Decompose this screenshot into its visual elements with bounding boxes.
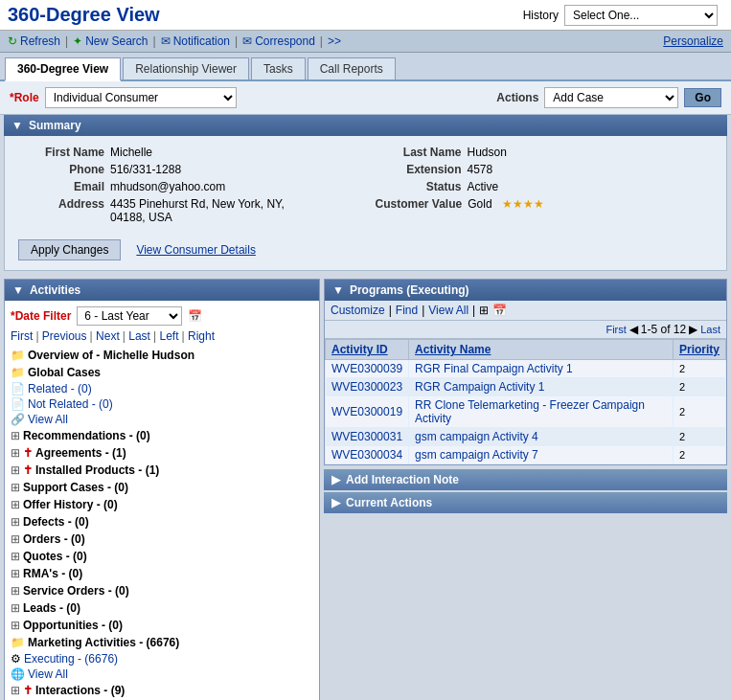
tree-support-cases: ⊞ Support Cases - (0)	[11, 479, 313, 496]
customize-link[interactable]: Customize	[331, 304, 385, 317]
expand-icon-offer[interactable]: ⊞	[11, 498, 20, 511]
cell-priority: 2	[673, 396, 725, 428]
activities-arrow: ▼	[12, 283, 24, 297]
activity-id-link[interactable]: WVE0300031	[331, 430, 402, 443]
expand-icon-orders[interactable]: ⊞	[11, 532, 20, 546]
nav-first[interactable]: First	[11, 329, 33, 343]
programs-panel-header[interactable]: ▼ Programs (Executing)	[325, 280, 726, 301]
nav-previous[interactable]: Previous	[42, 329, 87, 343]
activity-name-link[interactable]: gsm campaign Activity 7	[415, 448, 538, 462]
tab-tasks[interactable]: Tasks	[251, 57, 306, 79]
nav-right[interactable]: Right	[188, 329, 215, 343]
expand-icon-installed[interactable]: ⊞	[11, 463, 20, 477]
more-button[interactable]: >>	[328, 34, 341, 48]
tab-360-degree-view[interactable]: 360-Degree View	[5, 57, 121, 81]
expand-icon-rmas[interactable]: ⊞	[11, 567, 20, 580]
notification-button[interactable]: ✉ Notification	[161, 34, 230, 48]
activity-id-link[interactable]: WVE0300023	[331, 380, 402, 394]
activity-id-link[interactable]: WVE0300034	[331, 448, 402, 462]
expand-icon-interactions[interactable]: ⊞	[11, 684, 20, 697]
cell-activity-id: WVE0300039	[326, 360, 409, 378]
first-name-value: Michelle	[110, 146, 152, 159]
tabs-row: 360-Degree View Relationship Viewer Task…	[0, 53, 731, 81]
tree-installed-products-label: Installed Products - (1)	[35, 463, 159, 477]
tree-support-cases-label: Support Cases - (0)	[23, 481, 128, 494]
tree-quotes-label: Quotes - (0)	[23, 550, 87, 563]
actions-select[interactable]: Add Case	[544, 87, 678, 108]
cell-activity-id: WVE0300023	[326, 378, 409, 396]
expand-icon-service-orders[interactable]: ⊞	[11, 584, 20, 598]
activity-name-link[interactable]: RR Clone Telemarketing - Freezer Campaig…	[415, 398, 645, 425]
expand-icon-leads[interactable]: ⊞	[11, 601, 20, 615]
folder-icon-overview: 📁	[11, 349, 25, 362]
view-all-marketing-link[interactable]: View All	[28, 667, 68, 681]
prog-nav-prev-icon[interactable]: ◀	[629, 323, 638, 336]
view-consumer-link[interactable]: View Consumer Details	[136, 243, 256, 257]
correspond-button[interactable]: ✉ Correspond	[242, 34, 315, 48]
role-bar: *Role Individual Consumer Actions Add Ca…	[0, 81, 731, 115]
tree-related: 📄 Related - (0)	[11, 381, 313, 396]
col-activity-id-link[interactable]: Activity ID	[331, 343, 388, 356]
notification-icon: ✉	[161, 34, 171, 48]
tree-interactions-label: Interactions - (9)	[35, 684, 125, 697]
view-all-link[interactable]: View All	[428, 304, 468, 317]
col-activity-name-link[interactable]: Activity Name	[415, 343, 491, 356]
find-link[interactable]: Find	[396, 304, 418, 317]
tab-call-reports[interactable]: Call Reports	[308, 57, 396, 79]
personalize-link[interactable]: Personalize	[663, 34, 723, 48]
activities-panel-header[interactable]: ▼ Activities	[5, 280, 319, 301]
calendar-icon[interactable]: 📅	[492, 304, 507, 317]
programs-toolbar: Customize | Find | View All | ⊞ 📅	[325, 301, 726, 321]
phone-row: Phone 516/331-1288	[18, 163, 356, 176]
tree-recommendations-label: Recommendations - (0)	[23, 429, 150, 442]
expand-icon-agreements[interactable]: ⊞	[11, 446, 20, 460]
expand-icon-quotes[interactable]: ⊞	[11, 550, 20, 563]
prog-first-link[interactable]: First	[605, 324, 626, 335]
role-select[interactable]: Individual Consumer	[45, 87, 237, 108]
table-row: WVE0300023 RGR Campaign Activity 1 2	[326, 378, 726, 396]
programs-title: Programs (Executing)	[350, 283, 469, 297]
tab-relationship-viewer[interactable]: Relationship Viewer	[123, 57, 249, 79]
history-area: History Select One...	[523, 5, 723, 26]
go-button[interactable]: Go	[684, 88, 721, 107]
col-priority-link[interactable]: Priority	[679, 343, 720, 356]
address-label: Address	[18, 197, 104, 211]
extension-label: Extension	[376, 163, 462, 176]
activity-name-link[interactable]: RGR Final Campaign Activity 1	[415, 362, 573, 375]
first-name-label: First Name	[18, 146, 104, 159]
summary-left: First Name Michelle Phone 516/331-1288 E…	[18, 146, 356, 224]
grid-icon[interactable]: ⊞	[479, 304, 489, 317]
activities-tree: 📁 Overview of - Michelle Hudson 📁 Global…	[11, 343, 313, 700]
add-interaction-header[interactable]: ▶ Add Interaction Note	[324, 469, 727, 490]
activity-name-link[interactable]: gsm campaign Activity 4	[415, 430, 538, 443]
apply-changes-button[interactable]: Apply Changes	[18, 239, 121, 260]
expand-icon-recommendations[interactable]: ⊞	[11, 429, 20, 442]
nav-next[interactable]: Next	[96, 329, 120, 343]
activity-id-link[interactable]: WVE0300019	[331, 405, 402, 418]
activity-name-link[interactable]: RGR Campaign Activity 1	[415, 380, 544, 394]
expand-icon-defects[interactable]: ⊞	[11, 515, 20, 529]
prog-last-link[interactable]: Last	[700, 324, 720, 335]
nav-last[interactable]: Last	[128, 329, 150, 343]
activity-id-link[interactable]: WVE0300039	[331, 362, 402, 375]
nav-left[interactable]: Left	[159, 329, 178, 343]
current-actions-header[interactable]: ▶ Current Actions	[324, 492, 727, 513]
executing-link[interactable]: Executing - (6676)	[24, 652, 118, 666]
view-all-global-link[interactable]: View All	[28, 413, 68, 426]
actions-label: Actions	[496, 91, 538, 104]
cell-activity-name: RGR Final Campaign Activity 1	[409, 360, 674, 378]
summary-section-header[interactable]: ▼ Summary	[4, 115, 727, 136]
tree-executing: ⚙ Executing - (6676)	[11, 651, 313, 666]
cal-icon[interactable]: 📅	[188, 309, 202, 323]
date-filter-select[interactable]: 6 - Last Year	[77, 306, 182, 326]
expand-icon-opportunities[interactable]: ⊞	[11, 619, 20, 632]
actions-section: Actions Add Case Go	[496, 87, 721, 108]
history-select[interactable]: Select One...	[564, 5, 718, 26]
extension-value: 4578	[468, 163, 493, 176]
not-related-link[interactable]: Not Related - (0)	[28, 397, 113, 411]
new-search-button[interactable]: ✦ New Search	[73, 34, 148, 48]
refresh-button[interactable]: ↻ Refresh	[8, 34, 60, 48]
expand-icon-support[interactable]: ⊞	[11, 481, 20, 494]
prog-nav-next-icon[interactable]: ▶	[689, 323, 697, 336]
related-link[interactable]: Related - (0)	[28, 382, 92, 395]
